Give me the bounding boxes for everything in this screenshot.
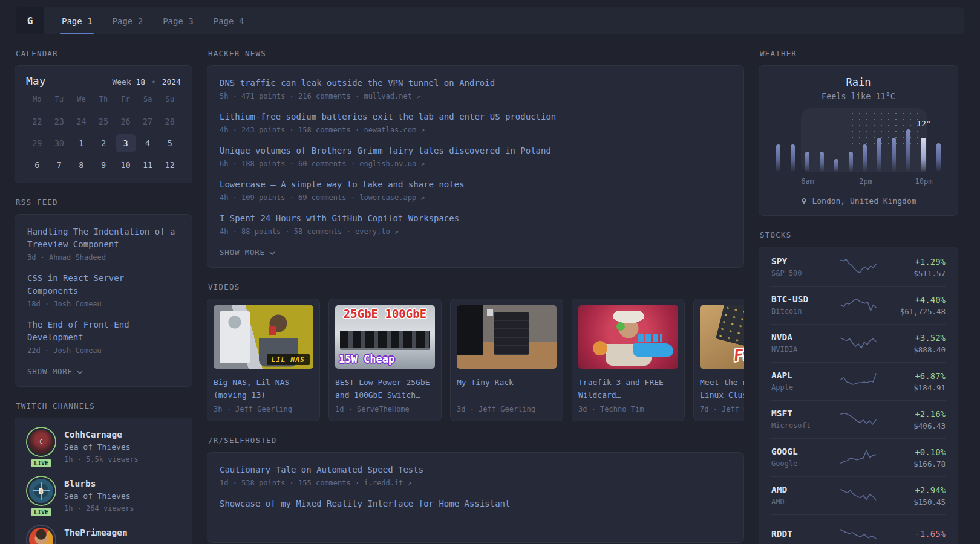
calendar-widget: May Week 18 • 2024 MoTuWeThFrSaSu2223242… [15, 65, 192, 183]
video-card[interactable]: My Tiny Rack3d · Jeff Geerling [450, 299, 563, 421]
page-tabs: Page 1Page 2Page 3Page 4 [60, 7, 245, 34]
twitch-channel-name[interactable]: Blurbs [64, 478, 134, 490]
stock-symbol[interactable]: AAPL [771, 370, 839, 381]
hacker-news-show-more-button[interactable]: SHOW MORE [220, 248, 275, 257]
stock-row[interactable]: RDDT-1.65% [771, 514, 946, 544]
hacker-news-title-link[interactable]: I Spent 24 Hours with GitHub Copilot Wor… [220, 212, 731, 225]
tab-page-4[interactable]: Page 4 [212, 7, 246, 34]
rss-title-link[interactable]: Handling The Indentation of a Treeview C… [27, 225, 180, 251]
video-card[interactable]: Traefik 3 and FREE Wildcard…3d · Techno … [572, 299, 685, 421]
hacker-news-title-link[interactable]: Lithium-free sodium batteries exit the l… [220, 111, 731, 123]
rss-show-more-button[interactable]: SHOW MORE [27, 367, 83, 376]
reddit-title-link[interactable]: Cautionary Tale on Automated Speed Tests [220, 464, 731, 476]
hacker-news-list: DNS traffic can leak outside the VPN tun… [220, 77, 731, 237]
twitch-channel-row[interactable]: CLIVECohhCarnageSea of Thieves1h · 5.5k … [27, 428, 180, 465]
weather-bar [791, 144, 795, 172]
stock-symbol[interactable]: AMD [771, 484, 839, 496]
video-title-link[interactable]: Big NAS, Lil NAS (moving 13) [214, 376, 313, 401]
thumbnail-decoration [220, 311, 250, 363]
stock-symbol[interactable]: MSFT [771, 408, 839, 419]
calendar-day: 24 [71, 112, 91, 131]
rss-title-link[interactable]: The End of Front-End Development [27, 319, 180, 344]
stock-row[interactable]: AMDAMD+2.94%$150.45 [771, 476, 946, 514]
hacker-news-title-link[interactable]: DNS traffic can leak outside the VPN tun… [220, 77, 731, 89]
middle-column: HACKER NEWS DNS traffic can leak outside… [207, 34, 744, 543]
stock-values: +0.10%$166.78 [878, 447, 946, 468]
twitch-channel-row[interactable]: ThePrimeagen [27, 526, 180, 544]
stock-sparkline [839, 447, 878, 468]
reddit-title-link[interactable]: Showcase of my Mixed Reality Interface f… [220, 497, 731, 510]
stock-row[interactable]: NVDANVIDIA+3.52%$888.40 [771, 324, 946, 362]
chevron-down-icon [77, 371, 83, 374]
thumbnail-decoration [633, 332, 673, 357]
video-meta: 7d · Jeff Geerling [700, 404, 744, 415]
twitch-channel-name[interactable]: CohhCarnage [64, 429, 139, 441]
hacker-news-meta: 4h · 243 points · 158 comments · newatla… [220, 125, 731, 135]
stock-change-percent: +1.29% [878, 256, 946, 268]
weather-time-label: 2pm [859, 177, 872, 186]
app-logo[interactable]: G [16, 7, 44, 34]
reddit-widget: Cautionary Tale on Automated Speed Tests… [207, 452, 744, 543]
stock-values: +6.87%$184.91 [878, 371, 946, 392]
hacker-news-item: I Spent 24 Hours with GitHub Copilot Wor… [220, 212, 731, 237]
hacker-news-title-link[interactable]: Unique volumes of Brothers Grimm fairy t… [220, 144, 731, 157]
calendar-day: 1 [71, 134, 91, 152]
weekday-label: Tu [48, 94, 71, 104]
video-card[interactable]: LIL NASBig NAS, Lil NAS (moving 13)3h · … [207, 299, 320, 421]
stock-sparkline [839, 523, 878, 544]
stock-change-percent: +2.16% [878, 409, 946, 420]
rss-title-link[interactable]: CSS in React Server Components [27, 272, 180, 297]
video-title-link[interactable]: Meet the new KING of Linux Clusters [700, 376, 744, 401]
calendar-year: 2024 [162, 77, 181, 86]
live-badge: LIVE [30, 507, 53, 517]
tab-page-2[interactable]: Page 2 [111, 7, 145, 34]
stock-symbol[interactable]: RDDT [771, 528, 839, 540]
video-title-link[interactable]: My Tiny Rack [457, 376, 557, 401]
stock-symbol[interactable]: BTC-USD [771, 294, 839, 305]
calendar-day: 23 [49, 112, 70, 131]
thumbnail-decoration [269, 326, 276, 335]
thumbnail-text: 25GbE 100GbE [335, 307, 435, 320]
reddit-post-list: Cautionary Tale on Automated Speed Tests… [220, 464, 731, 510]
twitch-channel-name[interactable]: ThePrimeagen [64, 526, 128, 539]
tab-page-3[interactable]: Page 3 [162, 7, 195, 34]
stock-row[interactable]: AAPLApple+6.87%$184.91 [771, 362, 946, 400]
stock-price: $511.57 [878, 269, 946, 278]
calendar-day: 25 [93, 112, 114, 131]
stock-symbol[interactable]: SPY [771, 256, 839, 267]
rss-list: Handling The Indentation of a Treeview C… [27, 225, 180, 356]
video-meta: 3h · Jeff Geerling [214, 404, 313, 415]
video-title-link[interactable]: BEST Low Power 25GbE and 100GbE Switch… [335, 376, 435, 401]
stock-price: $61,725.48 [878, 307, 946, 316]
video-title-link[interactable]: Traefik 3 and FREE Wildcard… [578, 376, 678, 401]
calendar-day: 8 [71, 156, 91, 174]
video-thumbnail: LIL NAS [214, 305, 313, 369]
stock-row[interactable]: BTC-USDBitcoin+4.40%$61,725.48 [771, 286, 946, 324]
stock-symbol[interactable]: NVDA [771, 332, 839, 343]
stock-price: $166.78 [878, 459, 946, 468]
live-badge: LIVE [30, 458, 53, 468]
left-column: CALENDAR May Week 18 • 2024 MoTuWeThFrSa… [15, 34, 192, 544]
weather-chart: 12° [771, 117, 946, 172]
stock-row[interactable]: GOOGLGoogle+0.10%$166.78 [771, 438, 946, 476]
stock-row[interactable]: MSFTMicrosoft+2.16%$406.43 [771, 400, 946, 438]
chevron-down-icon [269, 251, 275, 255]
stock-name: Apple [771, 383, 839, 393]
twitch-channel-row[interactable]: BLIVEBlurbsSea of Thieves1h · 264 viewer… [27, 477, 180, 514]
stock-values: -1.65% [878, 528, 946, 540]
twitch-channel-info: ThePrimeagen [64, 526, 128, 544]
calendar-day: 11 [137, 156, 158, 174]
stock-symbol[interactable]: GOOGL [771, 446, 839, 458]
week-label: Week [112, 77, 131, 86]
video-thumbnail [457, 305, 557, 369]
stock-row[interactable]: SPYS&P 500+1.29%$511.57 [771, 248, 946, 286]
weather-time-label: 6am [801, 177, 814, 186]
video-card[interactable]: FASTMeet the new KING of Linux Clusters7… [693, 299, 744, 421]
stock-name: S&P 500 [771, 268, 839, 279]
weather-bar [863, 144, 867, 172]
hacker-news-title-link[interactable]: Lowercase – A simple way to take and sha… [220, 178, 731, 191]
stock-price: $184.91 [878, 383, 946, 392]
calendar-day-selected: 3 [116, 134, 136, 152]
video-card[interactable]: 25GbE 100GbE15W CheapBEST Low Power 25Gb… [328, 299, 442, 421]
tab-page-1[interactable]: Page 1 [60, 7, 94, 34]
